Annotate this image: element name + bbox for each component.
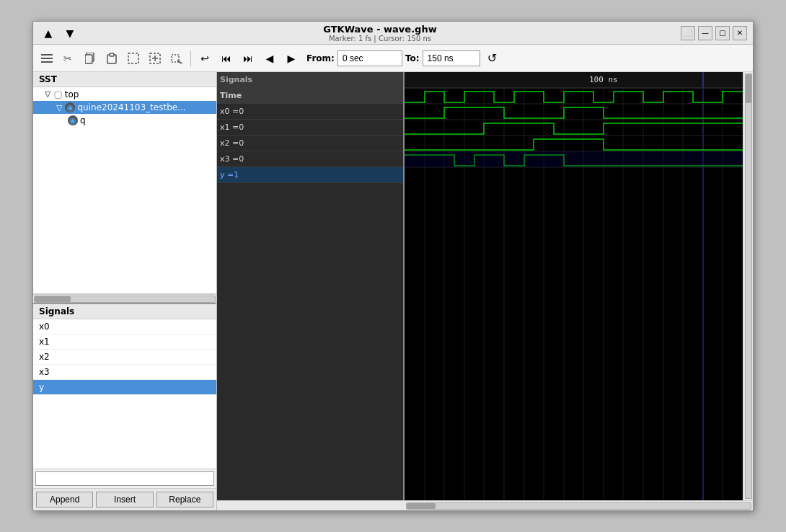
go-end-button[interactable]: ⏭ — [239, 49, 257, 68]
select-all-icon — [128, 53, 139, 64]
time-row: Time — [217, 88, 403, 104]
window-subtitle: Marker: 1 fs | Cursor: 150 ns — [329, 35, 431, 43]
undo-button[interactable]: ↩ — [195, 49, 214, 68]
replace-button[interactable]: Replace — [156, 492, 213, 507]
toolbar-separator-1 — [190, 50, 191, 66]
sst-label-quine: quine20241103_testbe... — [77, 102, 185, 112]
signals-subpanel: Signals x0 x1 x2 x3 y Append Insert Repl… — [33, 303, 216, 510]
signals-list[interactable]: x0 x1 x2 x3 y — [33, 319, 216, 469]
scroll-up-btn[interactable]: ▲ — [39, 24, 58, 43]
bottom-scrollbar[interactable] — [217, 500, 753, 510]
main-area: SST ▽ ▢ top ▽ ◉ quine20241103_testbe... … — [33, 72, 753, 510]
svg-rect-2 — [41, 61, 53, 63]
module-icon-top: ▢ — [53, 89, 62, 99]
vscroll-thumb[interactable] — [746, 74, 751, 103]
from-input[interactable] — [337, 50, 402, 66]
signal-item-x2[interactable]: x2 — [33, 350, 216, 365]
wave-signal-x3: x3 =0 — [217, 151, 403, 167]
sst-label-top: top — [65, 89, 79, 99]
signal-names-col: Signals Time x0 =0 x1 =0 x2 =0 x3 =0 y =… — [217, 72, 405, 500]
go-prev-button[interactable]: ◀ — [260, 49, 279, 68]
zoom-fit-button[interactable] — [146, 49, 164, 68]
window-title: GTKWave - wave.ghw — [323, 24, 436, 35]
insert-button[interactable]: Insert — [96, 492, 153, 507]
wave-signal-y: y =1 — [217, 167, 403, 183]
select-all-button[interactable] — [124, 49, 143, 68]
svg-rect-0 — [41, 54, 53, 56]
svg-rect-8 — [128, 53, 138, 63]
expand-icon-quine: ▽ — [56, 103, 62, 112]
svg-rect-1 — [41, 58, 53, 59]
titlebar-center: GTKWave - wave.ghw Marker: 1 fs | Cursor… — [323, 24, 436, 43]
menu-button[interactable] — [37, 49, 56, 68]
main-window: ▲ ▼ GTKWave - wave.ghw Marker: 1 fs | Cu… — [32, 21, 754, 511]
wave-signal-x1: x1 =0 — [217, 120, 403, 136]
time-range: From: To: — [306, 50, 480, 66]
paste-button[interactable] — [102, 49, 121, 68]
search-input[interactable] — [35, 471, 214, 486]
close-button[interactable]: ✕ — [733, 26, 747, 40]
signals-search — [33, 469, 216, 488]
hamburger-icon — [41, 54, 53, 63]
sst-item-quine[interactable]: ▽ ◉ quine20241103_testbe... — [33, 101, 216, 114]
to-label: To: — [405, 53, 420, 63]
refresh-button[interactable]: ↺ — [483, 49, 502, 68]
minimize-button[interactable]: — — [698, 26, 712, 40]
go-start-button[interactable]: ⏮ — [217, 49, 236, 68]
titlebar-left: ▲ ▼ — [39, 24, 79, 43]
svg-rect-7 — [110, 53, 114, 56]
svg-rect-5 — [85, 55, 92, 63]
to-input[interactable] — [423, 50, 480, 66]
zoom-in-icon — [171, 53, 182, 64]
waves-body-wrapper: Signals Time x0 =0 x1 =0 x2 =0 x3 =0 y =… — [217, 72, 753, 500]
waves-container: Signals Time x0 =0 x1 =0 x2 =0 x3 =0 y =… — [217, 72, 753, 510]
hscroll-track[interactable] — [406, 502, 751, 510]
signal-item-x3[interactable]: x3 — [33, 365, 216, 380]
right-scrollbar[interactable] — [743, 72, 753, 500]
sst-scrollthumb[interactable] — [35, 296, 71, 302]
restore-button[interactable]: ⬜ — [681, 26, 695, 40]
instance-icon-q: ◉ — [68, 115, 78, 125]
waveform-area[interactable] — [405, 72, 743, 500]
wave-signal-x0: x0 =0 — [217, 104, 403, 120]
signal-item-y[interactable]: y — [33, 380, 216, 395]
signals-header: Signals — [33, 304, 216, 319]
scissors-icon: ✂ — [63, 53, 74, 64]
signal-item-x0[interactable]: x0 — [33, 319, 216, 334]
from-label: From: — [306, 53, 335, 63]
signals-buttons: Append Insert Replace — [33, 488, 216, 510]
sst-label-q: q — [80, 115, 86, 125]
expand-icon-top: ▽ — [45, 89, 50, 99]
instance-icon-quine: ◉ — [65, 102, 75, 112]
copy-button[interactable] — [81, 49, 100, 68]
toolbar: ✂ — [33, 45, 753, 72]
signal-item-x1[interactable]: x1 — [33, 334, 216, 350]
scroll-down-btn[interactable]: ▼ — [61, 24, 79, 43]
svg-text:✂: ✂ — [63, 53, 72, 64]
go-next-button[interactable]: ▶ — [282, 49, 301, 68]
zoom-fit-icon — [149, 53, 161, 64]
sst-panel: SST ▽ ▢ top ▽ ◉ quine20241103_testbe... … — [33, 72, 217, 510]
append-button[interactable]: Append — [36, 492, 93, 507]
sst-item-top[interactable]: ▽ ▢ top — [33, 87, 216, 101]
wave-signal-x2: x2 =0 — [217, 136, 403, 151]
waveform-canvas[interactable] — [405, 72, 743, 500]
sst-tree[interactable]: ▽ ▢ top ▽ ◉ quine20241103_testbe... ◉ q — [33, 87, 216, 294]
titlebar-right: ⬜ — ▢ ✕ — [681, 26, 747, 40]
zoom-in-button[interactable] — [167, 49, 186, 68]
sst-header: SST — [33, 72, 216, 87]
cut-button[interactable]: ✂ — [59, 49, 78, 68]
maximize-button[interactable]: ▢ — [715, 26, 730, 40]
copy-icon — [85, 53, 95, 64]
paste-icon — [107, 53, 117, 64]
hscroll-thumb[interactable] — [407, 503, 436, 509]
vscroll-track[interactable] — [745, 74, 752, 499]
sst-item-q[interactable]: ◉ q — [33, 114, 216, 127]
titlebar: ▲ ▼ GTKWave - wave.ghw Marker: 1 fs | Cu… — [33, 22, 753, 45]
signals-col-header: Signals — [217, 72, 403, 88]
sst-hscrollbar[interactable] — [33, 294, 216, 303]
